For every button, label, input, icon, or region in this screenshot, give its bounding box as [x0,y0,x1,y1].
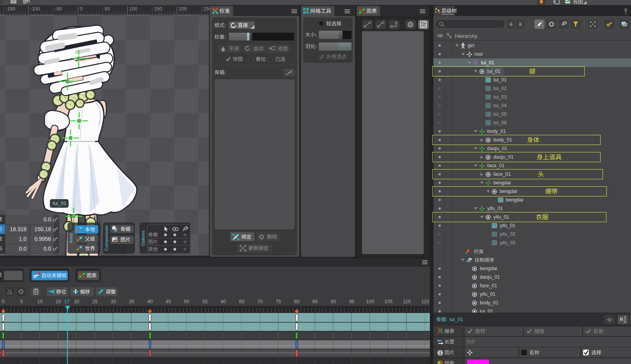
svg-text:Compensate: Compensate [104,225,109,251]
svg-text:Axes: Axes [69,233,73,243]
svg-text:Options: Options [141,230,145,246]
